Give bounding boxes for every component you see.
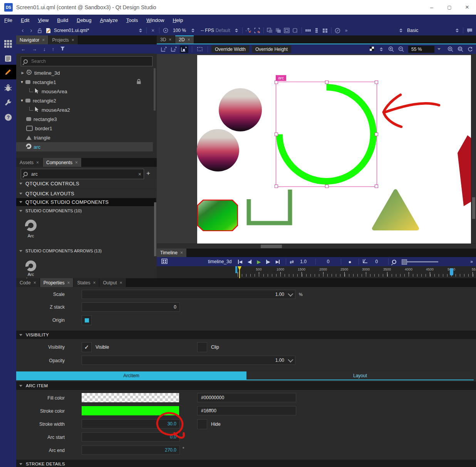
resize-handle-se[interactable] [375,185,378,188]
chevron-down-icon[interactable] [288,357,293,363]
tree-item-mousearea[interactable]: mouseArea [16,87,153,96]
move-right-icon[interactable]: → [32,46,37,52]
sphere-shape-2[interactable] [197,129,239,171]
fill-color-swatch[interactable] [82,393,179,402]
tab-navigator[interactable]: Navigator [16,35,49,44]
comment-icon[interactable] [465,27,474,34]
close-icon[interactable] [93,281,96,285]
menu-tools[interactable]: Tools [122,17,142,23]
arc-item-section-header[interactable]: ARC ITEM [16,381,476,390]
prev-frame-icon[interactable]: ◀ [248,259,251,264]
tab-projects[interactable]: Projects [49,35,78,44]
canvas-zoom-level[interactable]: 55 % [408,46,434,53]
arc-component-icon[interactable] [24,219,38,234]
sphere-shape-1[interactable] [219,88,262,131]
stroke-details-section-header[interactable]: STROKE DETAILS [16,460,476,467]
override-height-button[interactable]: Override Height [252,45,291,53]
hscroll-thumb[interactable] [261,245,282,248]
paste-icon[interactable] [274,27,283,34]
menu-analyze[interactable]: Analyze [96,17,122,23]
menu-build[interactable]: Build [53,17,72,23]
welcome-mode-icon[interactable] [0,37,16,51]
origin-button[interactable] [82,315,92,325]
timeline-name[interactable]: timeline_3d [208,259,231,264]
tab-2d[interactable]: 2D [175,35,194,44]
lock-icon[interactable] [136,79,141,86]
show-bounds-icon[interactable] [196,45,204,53]
snap-bounds-icon[interactable] [180,45,188,53]
zoom-value[interactable]: 0 [375,259,378,264]
filter-icon[interactable] [60,46,65,52]
close-icon[interactable] [180,250,183,255]
collapse-icon[interactable]: ▼ [19,99,25,102]
to-end-icon[interactable]: ▶ [276,259,280,264]
style-spinner-icon-2[interactable] [456,29,459,32]
u-border-shape[interactable] [246,189,294,228]
red-polygon-shape[interactable] [457,133,471,207]
background-color-icon[interactable] [369,46,374,52]
zoom-selection-icon[interactable] [446,45,454,53]
override-width-button[interactable]: Override Width [211,45,249,53]
clear-search-icon[interactable] [138,171,141,177]
export-asset-icon[interactable] [245,27,253,34]
tab-arcitem[interactable]: ArcItem [16,371,246,380]
close-icon[interactable] [188,37,190,42]
close-icon[interactable] [34,281,36,285]
zoom-fit-icon[interactable] [456,45,464,53]
vscroll-thumb[interactable] [472,197,475,219]
to-start-icon[interactable]: ◀ [238,259,242,264]
zoom-level[interactable]: 100 % [173,28,186,33]
close-icon[interactable] [169,37,171,42]
group-studio-components-arrows[interactable]: STUDIO COMPONENTS ARROWS (13) [16,249,156,253]
resize-handle-ne[interactable] [375,81,378,84]
stroke-width-field[interactable]: 30.0 [82,419,180,428]
chamfered-square-shape[interactable] [197,200,238,232]
move-left-icon[interactable]: ← [21,46,26,52]
chevron-down-icon[interactable] [288,291,293,297]
triangle-shape[interactable] [370,188,421,233]
frame-select-icon[interactable] [253,27,261,34]
menu-file[interactable]: File [0,17,17,23]
close-icon[interactable] [36,160,39,165]
layout-row-icon[interactable] [304,27,312,34]
tree-item-rectangle1[interactable]: ▼ rectangle1 [16,77,153,87]
move-up-icon[interactable]: ↑ [52,46,55,52]
toolbar-overflow-icon[interactable]: » [345,28,348,33]
curve-editor-icon[interactable] [362,259,368,265]
resize-handle-sw[interactable] [275,185,278,188]
edit-mode-icon[interactable] [0,52,16,66]
next-frame-icon[interactable]: ▶ [266,259,270,264]
zoom-spinner-icon[interactable] [191,29,194,32]
components-search[interactable] [21,169,144,179]
design-mode-icon[interactable] [0,65,16,79]
close-icon[interactable] [120,281,122,285]
loop-icon[interactable]: ⇄ [290,259,294,265]
tools-mode-icon[interactable] [0,96,16,109]
snap-x-icon[interactable]: x̄ [160,45,168,53]
hide-checkbox[interactable] [197,419,207,429]
current-file-name[interactable]: Screen01.ui.qml* [54,28,137,33]
reset-view-icon[interactable] [291,27,300,34]
arc-start-field[interactable]: 0.0 [82,432,180,442]
timeline-ruler[interactable]: 500 1000 1500 2000 2500 3000 3500 4000 4… [157,266,476,278]
components-search-input[interactable] [30,171,136,177]
run-zoom-icon[interactable] [161,27,170,34]
stroke-color-swatch[interactable] [82,406,179,415]
arc-end-field[interactable]: 270.0 [82,445,180,455]
tab-timeline[interactable]: Timeline [157,249,187,257]
fill-color-hex-field[interactable]: #00000000 [197,393,296,402]
canvas-vscrollbar[interactable] [471,54,476,244]
tab-3d[interactable]: 3D [157,35,175,44]
style-spinner-icon[interactable] [399,29,402,32]
resize-handle-e[interactable] [375,133,378,136]
menu-debug[interactable]: Debug [72,17,96,23]
file-spinner-icon[interactable] [139,29,142,32]
visible-checkbox[interactable]: ✓ [82,342,92,352]
fps-value[interactable]: Default [216,28,230,33]
close-icon[interactable] [67,281,70,285]
opacity-field[interactable]: 1.00 [82,356,295,365]
style-selector[interactable]: Basic [407,28,453,33]
canvas-hscrollbar[interactable] [157,244,476,249]
section-qtquick-studio-components[interactable]: QTQUICK STUDIO COMPONENTS [16,198,156,206]
tab-layout[interactable]: Layout [246,371,474,380]
